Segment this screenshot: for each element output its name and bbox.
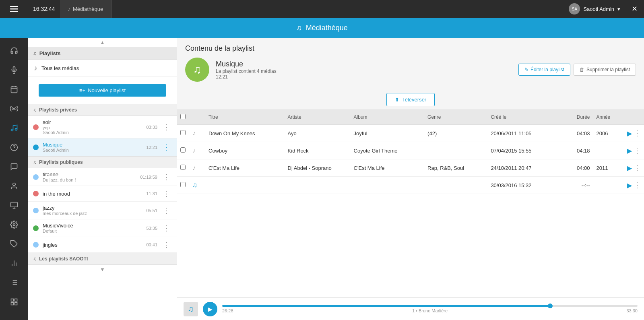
player-progress[interactable]: 26:28 1 • Bruno Marlière 33:30	[222, 305, 638, 313]
sidebar-item-settings[interactable]	[0, 216, 28, 233]
row-icon-cell: ♪	[189, 125, 205, 142]
playlist-info: titanne Du jazz, du bon !	[43, 171, 136, 182]
svg-rect-27	[11, 299, 14, 301]
edit-playlist-button[interactable]: ✎ Éditer la playlist	[518, 64, 570, 76]
row-play-button[interactable]: ▶	[627, 164, 632, 172]
progress-thumb[interactable]	[548, 303, 553, 308]
topbar-close-icon[interactable]: ✕	[625, 4, 644, 13]
row-checkbox-cell[interactable]	[177, 125, 189, 142]
progress-track[interactable]	[222, 305, 638, 307]
row-play-button[interactable]: ▶	[627, 130, 632, 137]
scroll-down-arrow[interactable]: ▼	[28, 265, 177, 274]
new-playlist-button[interactable]: ≡+ Nouvelle playlist	[39, 84, 166, 97]
music-note-icon: ♪	[68, 6, 71, 12]
playlist-more-icon[interactable]: ⋮	[161, 206, 172, 215]
row-checkbox-cell[interactable]	[177, 159, 189, 177]
scroll-up-arrow[interactable]: ▲	[28, 38, 177, 47]
row-checkbox-cell[interactable]	[177, 177, 189, 194]
sidebar-item-chat[interactable]	[0, 158, 28, 175]
playlist-dot	[33, 208, 39, 213]
upload-button[interactable]: ⬆ Téléverser	[386, 93, 435, 106]
row-more-button[interactable]: ⋮	[634, 163, 641, 172]
sidebar-item-microphone[interactable]	[0, 61, 28, 79]
track-table: Titre Artiste Album Genre Créé le Durée …	[177, 110, 644, 194]
playlist-owner: Saooti Admin	[43, 148, 142, 153]
topbar: 16:32:44 ♪ Médiathèque SA Saooti Admin ▾…	[0, 0, 644, 18]
col-year: Année	[593, 110, 620, 125]
user-menu[interactable]: SA Saooti Admin ▾	[564, 3, 625, 14]
playlist-item-soir[interactable]: soir yep Saooti Admin 03:33 ⋮	[28, 116, 177, 138]
row-more-button[interactable]: ⋮	[634, 129, 641, 138]
svg-rect-0	[10, 6, 18, 7]
sidebar-item-screen[interactable]	[0, 196, 28, 214]
sidebar-item-list[interactable]	[0, 274, 28, 291]
row-checkbox[interactable]	[180, 165, 186, 170]
table-row: ♪ Cowboy Kid Rock Coyote Girl Theme 07/0…	[177, 142, 644, 159]
sidebar-item-help[interactable]	[0, 138, 28, 156]
col-artiste: Artiste	[285, 110, 351, 125]
playlist-more-icon[interactable]: ⋮	[161, 173, 172, 182]
content-header: Contenu de la playlist ♫ Musique La play…	[177, 38, 644, 90]
all-media-item[interactable]: ♪ Tous les médias	[28, 60, 177, 77]
player-play-button[interactable]: ▶	[203, 302, 217, 316]
clock: 16:32:44	[28, 6, 60, 12]
row-genre: Rap, R&B, Soul	[424, 159, 487, 177]
row-icon-cell: ♪	[189, 142, 205, 159]
playlist-duration: 05:51	[146, 208, 157, 213]
svg-rect-1	[10, 8, 18, 10]
col-duration: Durée	[561, 110, 593, 125]
row-year: 2006	[593, 125, 620, 142]
row-checkbox[interactable]	[180, 147, 186, 153]
player-bar: ♫ ▶ 26:28 1 • Bruno Marlière 33:30	[177, 297, 644, 320]
playlist-more-icon[interactable]: ⋮	[161, 189, 172, 198]
sidebar-item-calendar[interactable]	[0, 81, 28, 98]
row-more-button[interactable]: ⋮	[634, 181, 641, 190]
playlist-more-icon[interactable]: ⋮	[161, 224, 172, 233]
content-title: Contenu de la playlist	[185, 44, 636, 53]
playlist-item-musique[interactable]: Musique Saooti Admin 12:21 ⋮	[28, 138, 177, 156]
row-year	[593, 177, 620, 194]
playlist-item-in-the-mood[interactable]: in the mood 11:31 ⋮	[28, 186, 177, 202]
hamburger-menu[interactable]	[0, 5, 28, 13]
playlist-dot	[33, 225, 39, 231]
sidebar-item-music[interactable]	[0, 119, 28, 137]
playlist-info-bar: ♫ Musique La playlist contient 4 médias …	[185, 58, 636, 86]
playlist-more-icon[interactable]: ⋮	[161, 123, 172, 132]
sidebar-item-broadcast[interactable]	[0, 100, 28, 118]
playlist-more-icon[interactable]: ⋮	[161, 240, 172, 249]
modal-title: Médiathèque	[306, 24, 348, 32]
playlist-name: jazzy	[43, 205, 142, 211]
sidebar-item-user[interactable]	[0, 177, 28, 195]
row-play-button[interactable]: ▶	[627, 182, 632, 189]
playlist-info: jazzy mes morceaux de jazz	[43, 205, 142, 216]
row-checkbox-cell[interactable]	[177, 142, 189, 159]
sidebar-item-headphones[interactable]	[0, 42, 28, 60]
time-total: 33:30	[626, 308, 638, 313]
playlists-header: ♫ Playlists	[28, 47, 177, 60]
edit-label: Éditer la playlist	[530, 67, 564, 72]
col-album: Album	[351, 110, 425, 125]
row-checkbox[interactable]	[180, 130, 186, 135]
select-all-checkbox[interactable]	[180, 114, 186, 119]
playlist-item-titanne[interactable]: titanne Du jazz, du bon ! 01:19:59 ⋮	[28, 168, 177, 186]
playlist-actions: ✎ Éditer la playlist 🗑 Supprimer la play…	[518, 64, 636, 76]
row-more-button[interactable]: ⋮	[634, 146, 641, 155]
row-checkbox[interactable]	[180, 182, 186, 187]
table-row: ♪ C'Est Ma Life Dj Abdel - Soprano C'Est…	[177, 159, 644, 177]
playlist-item-jingles[interactable]: jingles 00:41 ⋮	[28, 237, 177, 253]
svg-rect-29	[11, 303, 14, 305]
playlist-info: in the mood	[43, 191, 142, 197]
playlists-title: Playlists	[39, 50, 61, 56]
table-row: ♫ 30/03/2016 15:32 --:-- ▶ ⋮	[177, 177, 644, 194]
playlist-item-musicvivoice[interactable]: MusicVivoice Default 53:35 ⋮	[28, 219, 177, 237]
sidebar-item-widget[interactable]	[0, 293, 28, 311]
row-play-button[interactable]: ▶	[627, 147, 632, 155]
playlist-item-jazzy[interactable]: jazzy mes morceaux de jazz 05:51 ⋮	[28, 202, 177, 219]
sidebar-item-tag[interactable]	[0, 235, 28, 253]
progress-fill	[222, 305, 550, 307]
playlist-more-icon[interactable]: ⋮	[161, 143, 172, 152]
delete-playlist-button[interactable]: 🗑 Supprimer la playlist	[574, 64, 636, 76]
mediatheque-tab[interactable]: ♪ Médiathèque	[60, 0, 112, 18]
row-created: 07/04/2015 15:55	[487, 142, 561, 159]
sidebar-item-chart[interactable]	[0, 254, 28, 272]
